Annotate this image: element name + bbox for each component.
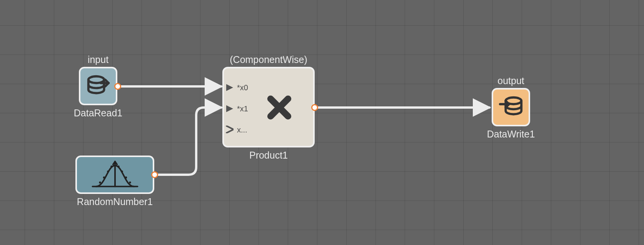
svg-point-4 xyxy=(103,177,105,179)
node-datawrite[interactable] xyxy=(492,88,530,126)
inport-x1-arrow xyxy=(226,105,233,112)
svg-point-8 xyxy=(121,171,123,172)
svg-point-9 xyxy=(125,177,127,179)
node-dataread[interactable] xyxy=(79,67,117,105)
graph-canvas[interactable]: input DataRead1 xyxy=(0,0,644,245)
multiply-icon xyxy=(266,94,292,121)
node-product-label: Product1 xyxy=(222,150,315,161)
wires-layer xyxy=(0,0,644,245)
node-randomnumber-label: RandomNumber1 xyxy=(72,196,158,207)
node-datawrite-title: output xyxy=(492,75,530,86)
node-product-title: (ComponentWise) xyxy=(222,54,315,65)
node-dataread-title: input xyxy=(79,54,117,65)
svg-point-3 xyxy=(99,182,101,184)
svg-point-6 xyxy=(110,166,112,167)
database-export-icon xyxy=(498,94,525,121)
svg-point-5 xyxy=(107,171,109,172)
inport-x0-arrow xyxy=(226,84,233,91)
svg-point-10 xyxy=(129,182,131,184)
database-import-icon xyxy=(85,73,112,100)
node-dataread-label: DataRead1 xyxy=(67,108,129,119)
node-datawrite-label: DataWrite1 xyxy=(484,129,538,140)
inport-xmore-arrow xyxy=(226,126,234,133)
port-randomnumber-out[interactable] xyxy=(151,171,158,178)
port-product-out[interactable] xyxy=(311,104,318,111)
inport-xmore-label: x... xyxy=(237,126,247,134)
inport-x1-label: *x1 xyxy=(237,104,248,113)
port-dataread-out[interactable] xyxy=(114,83,121,90)
distribution-icon xyxy=(90,160,140,191)
node-randomnumber[interactable] xyxy=(75,156,154,194)
svg-point-7 xyxy=(118,166,120,167)
inport-x0-label: *x0 xyxy=(237,83,248,92)
node-product[interactable]: *x0 *x1 x... xyxy=(222,67,315,147)
